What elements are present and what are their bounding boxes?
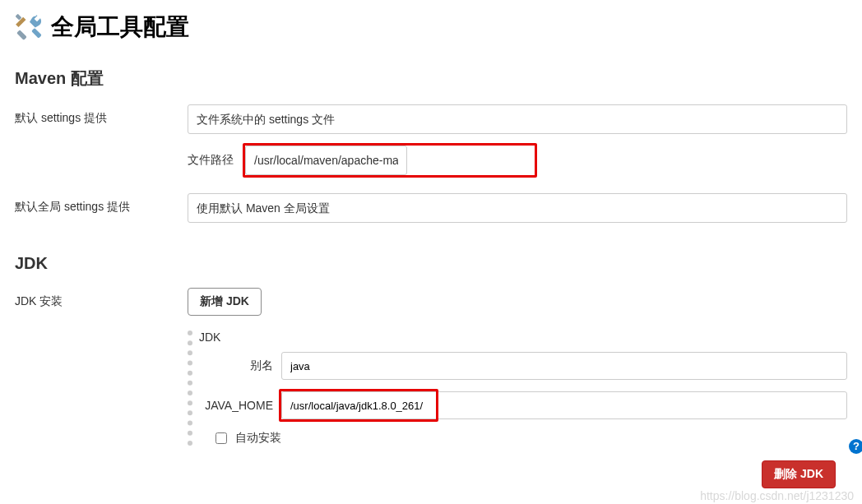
default-settings-label: 默认 settings 提供 (15, 104, 188, 175)
maven-section-title: Maven 配置 (15, 67, 847, 90)
help-icon[interactable]: ? (849, 439, 862, 454)
default-settings-select[interactable]: 文件系统中的 settings 文件 (188, 104, 847, 134)
global-settings-select[interactable]: 使用默认 Maven 全局设置 (188, 193, 847, 223)
global-settings-label: 默认全局 settings 提供 (15, 193, 188, 223)
jdk-alias-label: 别名 (199, 358, 281, 373)
svg-rect-0 (16, 30, 27, 40)
svg-rect-1 (16, 14, 22, 21)
jdk-block-label: JDK (199, 331, 847, 344)
jdk-install-label: JDK 安装 (15, 288, 188, 446)
auto-install-checkbox[interactable] (216, 432, 227, 444)
java-home-label: JAVA_HOME (199, 399, 281, 412)
add-jdk-button[interactable]: 新增 JDK (188, 288, 262, 316)
file-path-label: 文件路径 (188, 153, 245, 168)
jdk-alias-input[interactable] (281, 352, 847, 380)
svg-rect-2 (31, 28, 42, 39)
wrench-screwdriver-icon (15, 12, 44, 42)
jdk-entry: JDK 别名 JAVA_HOME 自动安装 (188, 331, 847, 446)
watermark-text: https://blog.csdn.net/j1231230 (700, 489, 854, 502)
file-path-input[interactable] (245, 146, 407, 175)
delete-jdk-button[interactable]: 删除 JDK (762, 460, 836, 488)
page-header: 全局工具配置 (15, 12, 847, 43)
jdk-section-title: JDK (15, 254, 847, 273)
java-home-input[interactable] (281, 391, 847, 419)
page-title: 全局工具配置 (51, 12, 189, 43)
auto-install-label: 自动安装 (235, 431, 281, 446)
